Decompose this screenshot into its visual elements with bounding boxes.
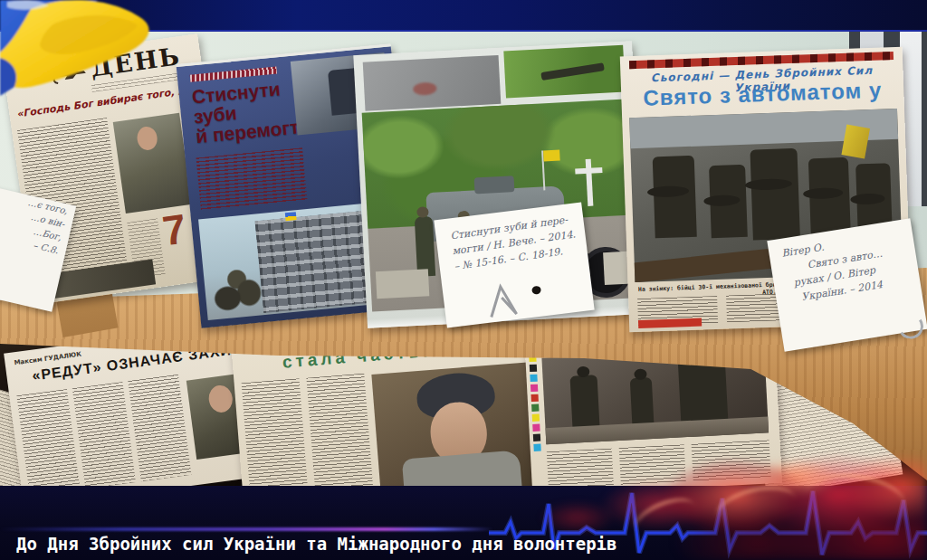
soldier-figure: [415, 216, 435, 277]
punched-hole: [531, 286, 541, 295]
weapon-silhouette: [540, 62, 605, 81]
den-big-number: 7: [159, 204, 189, 255]
white-cross: [586, 159, 594, 206]
handwritten-card-center: Стиснути зуби й пере- могти / Н. Вече. –…: [434, 202, 594, 327]
red-highlight-label: [638, 318, 702, 328]
yellow-flag: [543, 149, 560, 161]
soldier-face: [136, 126, 158, 152]
magazine-photo-road: [363, 55, 502, 111]
concrete-block: [376, 269, 429, 299]
paperclip: [482, 280, 526, 321]
soldier-figure: [750, 148, 799, 241]
stala-photo-man-in-helmet: [371, 362, 546, 486]
ukraine-flag-decoration: [0, 0, 167, 122]
fake-text-column: [306, 374, 374, 486]
building: [255, 211, 370, 313]
fake-text-column: [128, 375, 191, 481]
slide: Максим ГУДАЛЮК «РЕДУТ» ОЗНАЧАЄ ЗАХИСТ ст…: [0, 0, 927, 560]
soldier-figure: [570, 375, 600, 430]
ukraine-flag-small: [285, 212, 297, 221]
soldier-figure: [630, 377, 655, 427]
red-smudge: [413, 82, 437, 96]
fake-text-column: [72, 382, 136, 486]
soldier-figure: [808, 157, 851, 236]
fake-text-column: [16, 389, 80, 486]
man-shoulders: [402, 450, 522, 486]
magazine-photo-field: [503, 45, 626, 99]
fake-text-column: [242, 378, 310, 486]
soldier-figure: [653, 156, 697, 239]
den-photo-soldier: [113, 113, 192, 214]
slide-caption: До Дня Збройних сил України та Міжнародн…: [16, 534, 616, 554]
soldier-face: [207, 384, 234, 413]
soldiers-silhouettes: [206, 264, 269, 318]
soldier-figure: [709, 165, 748, 238]
purple-glow-line: [0, 527, 493, 531]
magazine-lead-text: [196, 147, 308, 210]
yellow-flag: [841, 125, 870, 159]
apc-turret: [474, 176, 515, 194]
handwritten-card-right: Вітер О. Свято з авто… руках / О. Вітер …: [767, 218, 927, 352]
